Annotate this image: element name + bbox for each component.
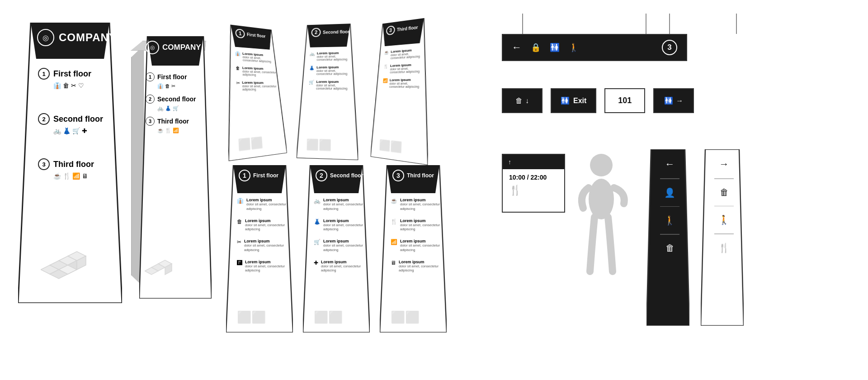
pillar-escalator-icon: 🚶 bbox=[664, 215, 675, 226]
hanging-lock-icon: 🔒 bbox=[531, 43, 541, 52]
pillar-divider-2 bbox=[660, 206, 679, 207]
wire-left bbox=[522, 14, 523, 34]
floor2-label: Second floor bbox=[53, 114, 103, 124]
s3d-floor3-num: 3 bbox=[146, 117, 155, 126]
s3d-floor1-icons: 👔 🗑 ✂ bbox=[146, 83, 196, 89]
room-number: 101 bbox=[618, 96, 632, 105]
trash-icon: 🗑 bbox=[515, 97, 523, 105]
bot3-num: 3 bbox=[392, 170, 404, 181]
exit-label: Exit bbox=[573, 97, 586, 105]
s3d-floor2-label: Second floor bbox=[157, 95, 196, 103]
top2-num: 2 bbox=[311, 28, 321, 37]
floor3-num: 3 bbox=[38, 158, 50, 170]
floor1-label: First floor bbox=[53, 69, 91, 79]
sign3d-company: COMPANY bbox=[162, 43, 201, 52]
wire-right bbox=[669, 14, 670, 34]
top1-label: First floor bbox=[247, 32, 266, 38]
hanging-restroom-icon: 🚻 bbox=[550, 43, 560, 52]
pillar-r-escalator-icon: 🚶 bbox=[718, 214, 730, 225]
floor3-bottom-sign: 3 Third floor ☕Lorem ipsumdolor sit amet… bbox=[380, 165, 447, 332]
bot1-num: 1 bbox=[239, 170, 250, 181]
pillar-divider-3 bbox=[660, 234, 679, 235]
s3d-floor3-icons: ☕ 🍴 📶 bbox=[146, 128, 196, 133]
floor1-num: 1 bbox=[38, 68, 50, 80]
floor1-top-sign: 1 First floor 👔Lorem ipsumdolor sit amet… bbox=[224, 24, 287, 162]
hanging-wayfinding-sign: ← 🔒 🚻 🚶 3 bbox=[502, 34, 687, 61]
s3d-floor2-icons: 🚲 👗 🛒 bbox=[146, 105, 196, 111]
floor3-top-sign: 3 Third floor ☕Lorem ipsumdolor sit amet… bbox=[371, 17, 431, 165]
company-logo: ◎ bbox=[37, 29, 54, 46]
floor1-bottom-sign: 1 First floor 👔Lorem ipsumdolor sit amet… bbox=[226, 165, 293, 332]
right-arrow-icon: → bbox=[676, 97, 683, 105]
pillar-trash-icon: 🗑 bbox=[665, 243, 675, 253]
main-directory-sign: ◎ COMPANY 1 First floor 👔 🗑 ✂ ♡ 2 Second… bbox=[18, 23, 122, 303]
bot2-label: Second floor bbox=[330, 172, 363, 179]
bot3-label: Third floor bbox=[407, 172, 434, 179]
floor2-top-sign: 2 Second floor 🚲Lorem ipsumdolor sit ame… bbox=[297, 24, 359, 160]
restroom-icon: 🚻 bbox=[664, 96, 673, 105]
wall-sign-exit: 🚻 Exit bbox=[551, 88, 596, 113]
s3d-floor1-label: First floor bbox=[157, 73, 187, 81]
pillar-r-divider-1 bbox=[714, 178, 734, 179]
hanging-floor-num: 3 bbox=[662, 40, 677, 55]
restaurant-icon: 🍴 bbox=[509, 185, 558, 196]
company-name: COMPANY bbox=[59, 31, 117, 44]
bot2-num: 2 bbox=[316, 170, 327, 181]
sign-3d-perspective: ◎ COMPANY 1 First floor 👔 🗑 ✂ 2 Second f… bbox=[131, 36, 212, 299]
up-arrow-icon: ↑ bbox=[508, 158, 511, 166]
floor1-icons: 👔 🗑 ✂ ♡ bbox=[38, 82, 91, 89]
s3d-floor3-label: Third floor bbox=[157, 118, 189, 125]
pillar-r-divider-3 bbox=[714, 233, 734, 234]
wall-sign-restroom-right: 🚻 → bbox=[653, 88, 694, 113]
s3d-floor2-num: 2 bbox=[146, 95, 155, 104]
floor3-label: Third floor bbox=[53, 160, 94, 169]
hanging-escalator-icon: 🚶 bbox=[569, 43, 579, 52]
top2-label: Second floor bbox=[323, 29, 349, 35]
ceiling-wire-right bbox=[736, 14, 737, 34]
pillar-left-arrow: ← bbox=[665, 158, 675, 170]
pillar-sign-right: → 🗑 🚶 🍴 bbox=[701, 149, 744, 326]
pillar-sign-left: ← 👤 🚶 🗑 bbox=[646, 149, 689, 326]
down-arrow-icon: ↓ bbox=[525, 97, 529, 105]
floor2-icons: 🚲 👗 🛒 ✚ bbox=[38, 127, 103, 134]
pillar-r-divider-2 bbox=[714, 206, 734, 207]
hours-text: 10:00 / 22:00 bbox=[509, 174, 558, 181]
sign3d-logo: ◎ bbox=[146, 41, 159, 54]
ceiling-wire-left bbox=[646, 14, 646, 34]
floor3-icons: ☕ 🍴 📶 🖥 bbox=[38, 172, 94, 180]
pillar-right-arrow: → bbox=[719, 158, 729, 170]
top3-num: 3 bbox=[386, 25, 395, 35]
hours-sign: ↑ 10:00 / 22:00 🍴 bbox=[502, 154, 565, 213]
s3d-floor1-num: 1 bbox=[146, 72, 155, 81]
wall-sign-trash-down: 🗑 ↓ bbox=[502, 88, 542, 113]
pillar-person-icon: 👤 bbox=[664, 187, 675, 198]
hanging-arrow-icon: ← bbox=[512, 42, 522, 53]
wall-signs-row: 🗑 ↓ 🚻 Exit 101 🚻 → bbox=[502, 88, 694, 113]
svg-point-29 bbox=[589, 179, 614, 219]
floor2-bottom-sign: 2 Second floor 🚲Lorem ipsumdolor sit ame… bbox=[303, 165, 370, 332]
top1-num: 1 bbox=[235, 28, 245, 38]
person-silhouette-container bbox=[574, 149, 628, 280]
pillar-divider-1 bbox=[660, 178, 679, 179]
svg-point-28 bbox=[590, 154, 613, 176]
wall-sign-room101: 101 bbox=[604, 88, 645, 113]
floor2-num: 2 bbox=[38, 113, 50, 125]
pillar-r-trash-icon: 🗑 bbox=[720, 187, 729, 198]
pillar-r-food-icon: 🍴 bbox=[718, 242, 730, 253]
top3-label: Third floor bbox=[397, 25, 418, 32]
exit-restroom-icon: 🚻 bbox=[561, 96, 570, 105]
bot1-label: First floor bbox=[253, 172, 278, 179]
